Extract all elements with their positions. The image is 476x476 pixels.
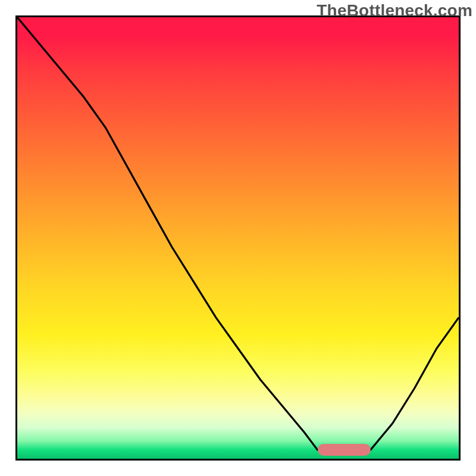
chart-container: TheBottleneck.com <box>0 0 476 476</box>
watermark-text: TheBottleneck.com <box>317 1 472 20</box>
optimal-range-marker <box>318 444 371 456</box>
plot-area <box>15 15 461 461</box>
curve-path <box>17 17 459 455</box>
bottleneck-curve <box>17 17 459 459</box>
